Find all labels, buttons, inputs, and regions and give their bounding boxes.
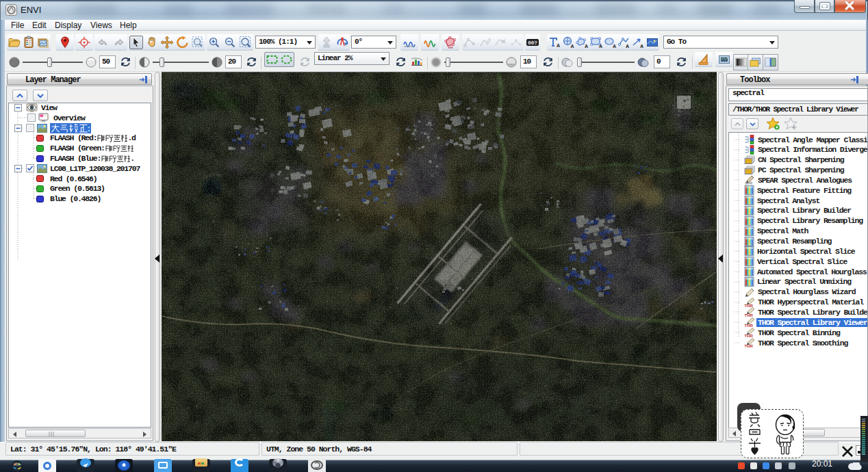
svg-text:00?: 00? <box>528 40 537 45</box>
svg-text:THR: THR <box>745 303 754 306</box>
svg-text:THR: THR <box>745 313 754 317</box>
svg-text:A: A <box>570 43 574 48</box>
svg-text:A: A <box>626 43 629 48</box>
svg-text:A: A <box>599 43 602 48</box>
svg-text:A: A <box>640 43 643 48</box>
svg-text:roi: roi <box>448 44 453 49</box>
svg-text:A: A <box>585 43 588 48</box>
svg-text:1: 1 <box>88 124 90 133</box>
svg-text:THR: THR <box>745 334 754 337</box>
svg-text:SPR: SPR <box>745 181 752 185</box>
svg-text:A: A <box>557 43 560 48</box>
svg-text:A: A <box>613 43 616 48</box>
svg-text:THR: THR <box>745 344 754 348</box>
svg-text:THR: THR <box>745 324 754 327</box>
